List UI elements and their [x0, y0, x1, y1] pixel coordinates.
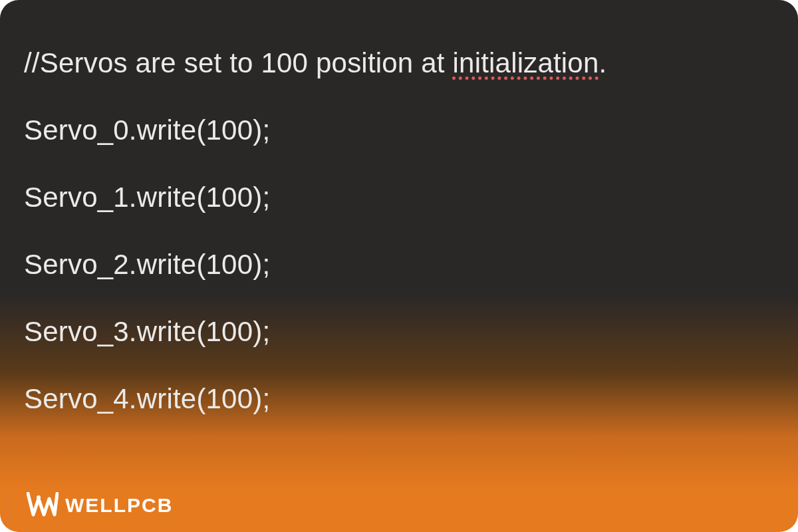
- code-line: Servo_0.write(100);: [24, 108, 774, 152]
- code-comment: //Servos are set to 100 position at init…: [24, 41, 774, 84]
- comment-spellcheck-word: initialization: [453, 47, 599, 78]
- brand-name: WELLPCB: [65, 494, 173, 517]
- code-block: //Servos are set to 100 position at init…: [24, 17, 774, 532]
- wellpcb-logo-icon: [27, 492, 59, 519]
- closing-brace: }: [3, 487, 13, 524]
- code-line: Servo_3.write(100);: [24, 310, 774, 353]
- code-line: Servo_1.write(100);: [24, 176, 774, 219]
- comment-text-suffix: .: [598, 47, 606, 78]
- code-screenshot-frame: //Servos are set to 100 position at init…: [0, 0, 798, 532]
- svg-point-0: [37, 495, 41, 499]
- code-serial-line: Serial.println("Press 'R' to Record and …: [24, 529, 774, 532]
- comment-text-prefix: //Servos are set to 100 position at: [24, 47, 453, 78]
- code-line: Servo_4.write(100);: [24, 377, 774, 420]
- brand-logo: WELLPCB: [27, 492, 173, 519]
- code-line: Servo_2.write(100);: [24, 243, 774, 286]
